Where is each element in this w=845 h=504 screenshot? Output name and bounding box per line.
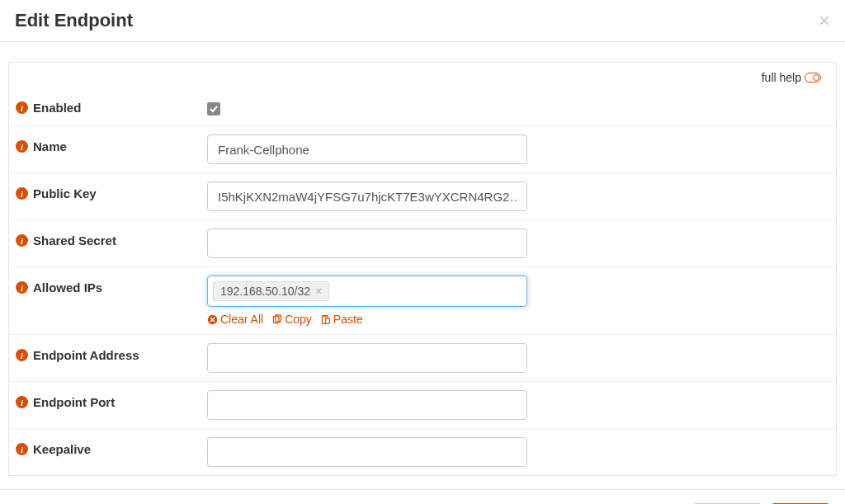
- label-enabled: i Enabled: [16, 101, 207, 115]
- ip-tag[interactable]: 192.168.50.10/32 ×: [213, 281, 329, 301]
- keepalive-input[interactable]: [207, 437, 527, 467]
- modal-title: Edit Endpoint: [15, 10, 133, 31]
- ip-tag-text: 192.168.50.10/32: [220, 285, 310, 298]
- label-endpoint-port: i Endpoint Port: [16, 390, 207, 409]
- label-text: Keepalive: [33, 442, 91, 456]
- paste-text: Paste: [333, 313, 363, 326]
- allowed-ips-input[interactable]: 192.168.50.10/32 ×: [207, 276, 527, 307]
- modal-header: Edit Endpoint ×: [0, 0, 845, 41]
- row-endpoint-port: i Endpoint Port: [9, 382, 836, 429]
- svg-rect-4: [323, 314, 326, 316]
- label-text: Allowed IPs: [33, 280, 102, 294]
- info-icon[interactable]: i: [16, 443, 28, 455]
- full-help-label: full help: [762, 71, 801, 84]
- info-icon[interactable]: i: [16, 140, 28, 153]
- label-text: Public Key: [33, 186, 97, 200]
- row-public-key: i Public Key: [9, 173, 836, 220]
- row-enabled: i Enabled: [9, 92, 836, 126]
- label-name: i Name: [16, 134, 207, 153]
- tag-remove-icon[interactable]: ×: [315, 285, 322, 298]
- label-shared-secret: i Shared Secret: [16, 228, 207, 247]
- info-icon[interactable]: i: [16, 187, 28, 200]
- info-icon[interactable]: i: [16, 349, 28, 361]
- copy-icon: [271, 314, 282, 325]
- row-keepalive: i Keepalive: [9, 429, 836, 475]
- public-key-input[interactable]: [207, 181, 527, 211]
- modal-footer: Cancel Save: [0, 489, 845, 504]
- clear-icon: [207, 314, 218, 325]
- svg-rect-5: [325, 318, 329, 323]
- paste-icon: [320, 314, 331, 325]
- info-icon[interactable]: i: [16, 101, 28, 114]
- tag-actions: Clear All Copy Paste: [207, 313, 527, 326]
- shared-secret-input[interactable]: [207, 228, 527, 258]
- endpoint-port-input[interactable]: [207, 390, 527, 420]
- label-allowed-ips: i Allowed IPs: [16, 276, 207, 294]
- label-endpoint-address: i Endpoint Address: [16, 343, 207, 362]
- info-icon[interactable]: i: [16, 234, 28, 247]
- label-text: Endpoint Port: [33, 395, 115, 409]
- endpoint-address-input[interactable]: [207, 343, 527, 373]
- info-icon[interactable]: i: [16, 281, 28, 294]
- row-name: i Name: [9, 126, 836, 173]
- full-help-toggle-icon[interactable]: [805, 73, 821, 82]
- label-text: Enabled: [33, 101, 81, 115]
- label-text: Endpoint Address: [33, 348, 139, 362]
- enabled-checkbox[interactable]: [207, 102, 220, 115]
- name-input[interactable]: [207, 134, 527, 164]
- clear-all-text: Clear All: [220, 313, 263, 326]
- header-divider: [0, 41, 845, 42]
- label-keepalive: i Keepalive: [16, 437, 207, 456]
- copy-text: Copy: [285, 313, 312, 326]
- close-icon[interactable]: ×: [819, 11, 830, 31]
- form-container: i Enabled i Name i Public Key i Shared S: [8, 92, 837, 476]
- clear-all-button[interactable]: Clear All: [207, 313, 263, 326]
- help-bar: full help: [8, 62, 837, 92]
- label-text: Shared Secret: [33, 233, 116, 247]
- label-public-key: i Public Key: [16, 181, 207, 200]
- row-shared-secret: i Shared Secret: [9, 220, 836, 267]
- info-icon[interactable]: i: [16, 396, 28, 408]
- check-icon: [209, 104, 219, 114]
- copy-button[interactable]: Copy: [271, 313, 312, 326]
- row-endpoint-address: i Endpoint Address: [9, 335, 836, 382]
- label-text: Name: [33, 139, 67, 153]
- paste-button[interactable]: Paste: [320, 313, 363, 326]
- enabled-control: [207, 101, 220, 117]
- row-allowed-ips: i Allowed IPs 192.168.50.10/32 × Clear A…: [9, 267, 836, 335]
